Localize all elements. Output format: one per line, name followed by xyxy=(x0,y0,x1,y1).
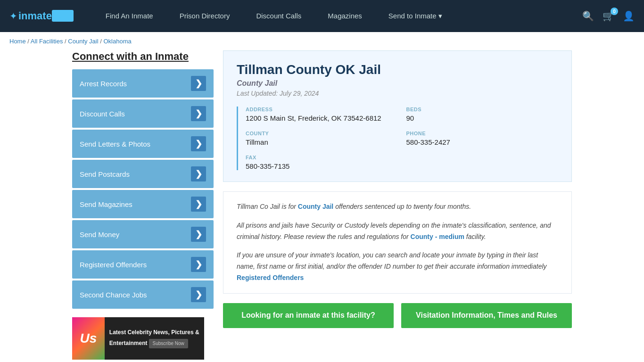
sidebar-item[interactable]: Send Money❯ xyxy=(72,220,214,248)
sidebar-item-label: Send Postcards xyxy=(80,170,130,178)
site-logo[interactable]: ✦ inmateAID xyxy=(9,10,74,22)
find-inmate-button[interactable]: Looking for an inmate at this facility? xyxy=(223,303,394,328)
phone-label: PHONE xyxy=(406,131,559,136)
sidebar-item-label: Send Money xyxy=(80,230,119,239)
desc-p3-pre: If you are unsure of your inmate's locat… xyxy=(237,251,547,270)
desc-para-1: Tillman Co Jail is for County Jail offen… xyxy=(237,201,558,213)
sidebar-item-label: Send Letters & Photos xyxy=(80,140,150,148)
sidebar-item-label: Send Magazines xyxy=(80,200,132,208)
desc-p2-post: facility. xyxy=(464,233,486,240)
fax-field: FAX 580-335-7135 xyxy=(246,155,558,170)
facility-name: Tillman County OK Jail xyxy=(237,62,558,77)
sidebar-item[interactable]: Discount Calls❯ xyxy=(72,99,214,128)
facility-description: Tillman Co Jail is for County Jail offen… xyxy=(223,191,572,294)
breadcrumb-county-jail[interactable]: County Jail xyxy=(68,38,98,45)
sidebar-item-label: Discount Calls xyxy=(80,110,125,118)
sidebar-arrow-icon: ❯ xyxy=(191,106,206,121)
sidebar-arrow-icon: ❯ xyxy=(191,197,206,212)
main-content: Tillman County OK Jail County Jail Last … xyxy=(223,50,572,360)
sidebar-arrow-icon: ❯ xyxy=(191,166,206,181)
breadcrumb-home[interactable]: Home xyxy=(9,38,26,45)
address-field: ADDRESS 1200 S Main St, Frederick, OK 73… xyxy=(246,107,398,122)
fax-value: 580-335-7135 xyxy=(246,162,558,170)
ad-content: Latest Celebrity News, Pictures & Entert… xyxy=(105,325,204,353)
nav-discount-calls[interactable]: Discount Calls xyxy=(243,0,314,32)
address-value: 1200 S Main St, Frederick, OK 73542-6812 xyxy=(246,114,398,122)
visitation-info-button[interactable]: Visitation Information, Times and Rules xyxy=(401,303,572,328)
logo-bird-icon: ✦ xyxy=(9,10,17,22)
desc-para-3: If you are unsure of your inmate's locat… xyxy=(237,250,558,283)
phone-value: 580-335-2427 xyxy=(406,138,559,146)
nav-find-inmate[interactable]: Find An Inmate xyxy=(92,0,166,32)
ad-brand-logo: Us xyxy=(72,317,105,360)
sidebar-item-label: Second Chance Jobs xyxy=(80,291,147,299)
facility-type: County Jail xyxy=(237,79,558,88)
cart-icon[interactable]: 🛒 0 xyxy=(603,10,614,22)
breadcrumb: Home / All Facilities / County Jail / Ok… xyxy=(0,32,644,50)
registered-offenders-link[interactable]: Registered Offenders xyxy=(237,274,304,281)
sidebar-arrow-icon: ❯ xyxy=(191,287,206,302)
address-label: ADDRESS xyxy=(246,107,398,112)
breadcrumb-all-facilities[interactable]: All Facilities xyxy=(31,38,63,45)
sidebar-arrow-icon: ❯ xyxy=(191,257,206,272)
facility-info-grid: ADDRESS 1200 S Main St, Frederick, OK 73… xyxy=(237,107,558,170)
sidebar-item[interactable]: Send Letters & Photos❯ xyxy=(72,130,214,158)
header-icons: 🔍 🛒 0 👤 xyxy=(582,10,635,22)
sidebar-item[interactable]: Send Postcards❯ xyxy=(72,160,214,188)
logo-text: inmateAID xyxy=(18,10,74,22)
main-nav: Find An Inmate Prison Directory Discount… xyxy=(92,0,582,32)
nav-magazines[interactable]: Magazines xyxy=(314,0,375,32)
sidebar-item[interactable]: Registered Offenders❯ xyxy=(72,250,214,279)
beds-field: BEDS 90 xyxy=(406,107,559,122)
sidebar-item[interactable]: Send Magazines❯ xyxy=(72,190,214,218)
desc-para-2: All prisons and jails have Security or C… xyxy=(237,220,558,243)
sidebar-menu: Arrest Records❯Discount Calls❯Send Lette… xyxy=(72,69,214,309)
sidebar-item-label: Registered Offenders xyxy=(80,261,147,269)
county-label: COUNTY xyxy=(246,131,398,136)
cta-buttons: Looking for an inmate at this facility? … xyxy=(223,303,572,328)
sidebar-item[interactable]: Arrest Records❯ xyxy=(72,69,214,98)
county-jail-link[interactable]: County Jail xyxy=(298,203,333,210)
sidebar-arrow-icon: ❯ xyxy=(191,136,206,151)
nav-prison-directory[interactable]: Prison Directory xyxy=(166,0,243,32)
ad-subscribe-button[interactable]: Subscribe Now xyxy=(149,339,188,348)
beds-label: BEDS xyxy=(406,107,559,112)
facility-updated: Last Updated: July 29, 2024 xyxy=(237,90,558,97)
user-icon[interactable]: 👤 xyxy=(623,10,635,22)
desc-p1-post: offenders sentenced up to twenty four mo… xyxy=(333,203,471,210)
sidebar-title: Connect with an Inmate xyxy=(72,50,214,63)
facility-card: Tillman County OK Jail County Jail Last … xyxy=(223,50,572,182)
sidebar-arrow-icon: ❯ xyxy=(191,76,206,91)
breadcrumb-state[interactable]: Oklahoma xyxy=(103,38,131,45)
sidebar-item-label: Arrest Records xyxy=(80,80,127,88)
search-icon[interactable]: 🔍 xyxy=(582,10,594,22)
cart-badge: 0 xyxy=(611,8,618,15)
nav-send-to-inmate[interactable]: Send to Inmate ▾ xyxy=(375,0,455,32)
phone-field: PHONE 580-335-2427 xyxy=(406,131,559,146)
county-medium-link[interactable]: County - medium xyxy=(411,233,464,240)
desc-p1-pre: Tillman Co Jail is for xyxy=(237,203,298,210)
sidebar-arrow-icon: ❯ xyxy=(191,227,206,242)
county-value: Tillman xyxy=(246,138,398,146)
county-field: COUNTY Tillman xyxy=(246,131,398,146)
advertisement[interactable]: Us Latest Celebrity News, Pictures & Ent… xyxy=(72,317,204,360)
fax-label: FAX xyxy=(246,155,558,160)
beds-value: 90 xyxy=(406,114,559,122)
desc-p2-text: All prisons and jails have Security or C… xyxy=(237,222,551,240)
sidebar: Connect with an Inmate Arrest Records❯Di… xyxy=(72,50,214,360)
sidebar-item[interactable]: Second Chance Jobs❯ xyxy=(72,280,214,309)
